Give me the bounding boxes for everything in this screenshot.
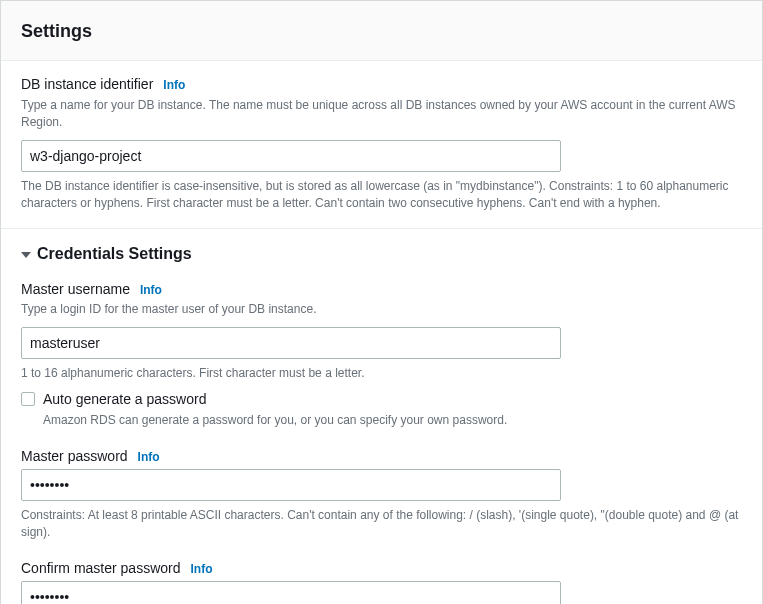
master-username-field-group: Master username Info Type a login ID for… bbox=[21, 280, 742, 429]
credentials-toggle[interactable]: Credentials Settings bbox=[21, 243, 742, 265]
master-username-label: Master username bbox=[21, 280, 130, 300]
page-title: Settings bbox=[21, 19, 742, 44]
master-username-info-link[interactable]: Info bbox=[140, 282, 162, 299]
master-password-label: Master password bbox=[21, 447, 128, 467]
triangle-down-icon bbox=[21, 252, 31, 258]
db-identifier-constraint: The DB instance identifier is case-insen… bbox=[21, 178, 742, 213]
db-identifier-label: DB instance identifier bbox=[21, 75, 153, 95]
master-password-field-group: Master password Info Constraints: At lea… bbox=[21, 447, 742, 541]
settings-panel: Settings DB instance identifier Info Typ… bbox=[0, 0, 763, 604]
db-identifier-section: DB instance identifier Info Type a name … bbox=[1, 61, 762, 228]
db-identifier-input[interactable] bbox=[21, 140, 561, 172]
master-password-input[interactable] bbox=[21, 469, 561, 501]
auto-generate-checkbox[interactable] bbox=[21, 392, 35, 406]
master-username-description: Type a login ID for the master user of y… bbox=[21, 301, 742, 318]
master-username-constraint: 1 to 16 alphanumeric characters. First c… bbox=[21, 365, 742, 382]
confirm-password-info-link[interactable]: Info bbox=[191, 561, 213, 578]
auto-generate-row: Auto generate a password bbox=[21, 390, 742, 410]
credentials-section: Credentials Settings Master username Inf… bbox=[1, 228, 762, 604]
master-username-input[interactable] bbox=[21, 327, 561, 359]
auto-generate-description: Amazon RDS can generate a password for y… bbox=[43, 412, 742, 429]
db-identifier-field-group: DB instance identifier Info Type a name … bbox=[21, 75, 742, 212]
master-password-info-link[interactable]: Info bbox=[138, 449, 160, 466]
master-password-constraint: Constraints: At least 8 printable ASCII … bbox=[21, 507, 742, 542]
panel-header: Settings bbox=[1, 1, 762, 61]
auto-generate-label[interactable]: Auto generate a password bbox=[43, 390, 206, 410]
confirm-password-label: Confirm master password bbox=[21, 559, 181, 579]
credentials-title: Credentials Settings bbox=[37, 243, 192, 265]
confirm-password-input[interactable] bbox=[21, 581, 561, 604]
db-identifier-info-link[interactable]: Info bbox=[163, 77, 185, 94]
db-identifier-description: Type a name for your DB instance. The na… bbox=[21, 97, 742, 132]
confirm-password-field-group: Confirm master password Info bbox=[21, 559, 742, 604]
